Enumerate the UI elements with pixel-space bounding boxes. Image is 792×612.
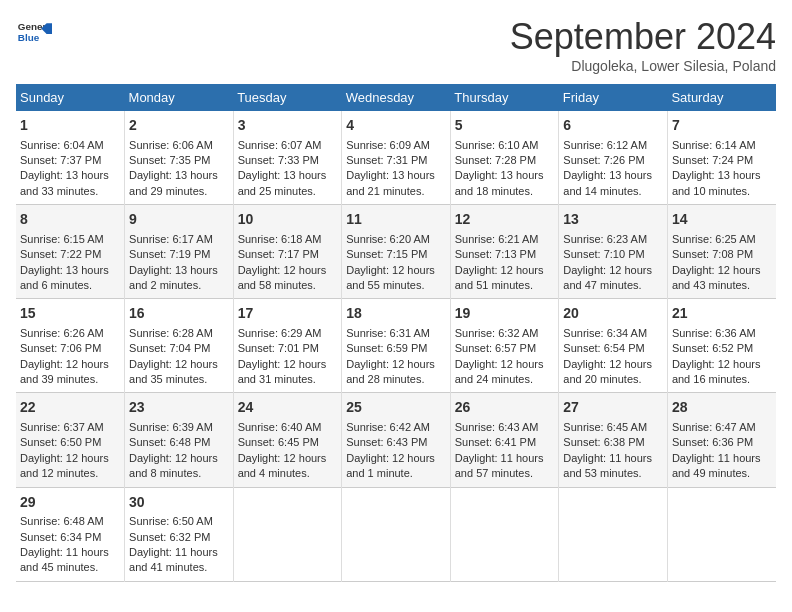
- daylight: Daylight: 12 hours and 43 minutes.: [672, 264, 761, 291]
- daylight: Daylight: 12 hours and 55 minutes.: [346, 264, 435, 291]
- daylight: Daylight: 12 hours and 8 minutes.: [129, 452, 218, 479]
- calendar-cell: 30Sunrise: 6:50 AMSunset: 6:32 PMDayligh…: [125, 487, 234, 581]
- sunset: Sunset: 7:31 PM: [346, 154, 427, 166]
- sunset: Sunset: 7:15 PM: [346, 248, 427, 260]
- daylight: Daylight: 11 hours and 57 minutes.: [455, 452, 544, 479]
- calendar-row: 29Sunrise: 6:48 AMSunset: 6:34 PMDayligh…: [16, 487, 776, 581]
- location-subtitle: Dlugoleka, Lower Silesia, Poland: [510, 58, 776, 74]
- sunrise: Sunrise: 6:32 AM: [455, 327, 539, 339]
- day-number: 14: [672, 210, 772, 230]
- sunrise: Sunrise: 6:06 AM: [129, 139, 213, 151]
- daylight: Daylight: 12 hours and 39 minutes.: [20, 358, 109, 385]
- calendar-cell: 13Sunrise: 6:23 AMSunset: 7:10 PMDayligh…: [559, 205, 668, 299]
- sunset: Sunset: 6:43 PM: [346, 436, 427, 448]
- day-number: 3: [238, 116, 338, 136]
- day-number: 19: [455, 304, 555, 324]
- sunset: Sunset: 7:17 PM: [238, 248, 319, 260]
- daylight: Daylight: 12 hours and 4 minutes.: [238, 452, 327, 479]
- month-title: September 2024: [510, 16, 776, 58]
- calendar-cell: 3Sunrise: 6:07 AMSunset: 7:33 PMDaylight…: [233, 111, 342, 205]
- calendar-row: 8Sunrise: 6:15 AMSunset: 7:22 PMDaylight…: [16, 205, 776, 299]
- daylight: Daylight: 12 hours and 20 minutes.: [563, 358, 652, 385]
- calendar-cell: 26Sunrise: 6:43 AMSunset: 6:41 PMDayligh…: [450, 393, 559, 487]
- sunset: Sunset: 6:32 PM: [129, 531, 210, 543]
- day-number: 21: [672, 304, 772, 324]
- calendar-row: 22Sunrise: 6:37 AMSunset: 6:50 PMDayligh…: [16, 393, 776, 487]
- calendar-cell: 23Sunrise: 6:39 AMSunset: 6:48 PMDayligh…: [125, 393, 234, 487]
- sunset: Sunset: 7:37 PM: [20, 154, 101, 166]
- daylight: Daylight: 13 hours and 14 minutes.: [563, 169, 652, 196]
- sunrise: Sunrise: 6:37 AM: [20, 421, 104, 433]
- sunrise: Sunrise: 6:40 AM: [238, 421, 322, 433]
- day-number: 30: [129, 493, 229, 513]
- sunset: Sunset: 6:52 PM: [672, 342, 753, 354]
- daylight: Daylight: 13 hours and 6 minutes.: [20, 264, 109, 291]
- daylight: Daylight: 12 hours and 51 minutes.: [455, 264, 544, 291]
- day-number: 22: [20, 398, 120, 418]
- sunrise: Sunrise: 6:23 AM: [563, 233, 647, 245]
- sunset: Sunset: 6:57 PM: [455, 342, 536, 354]
- sunset: Sunset: 7:01 PM: [238, 342, 319, 354]
- calendar-cell: 14Sunrise: 6:25 AMSunset: 7:08 PMDayligh…: [667, 205, 776, 299]
- sunset: Sunset: 6:38 PM: [563, 436, 644, 448]
- day-number: 23: [129, 398, 229, 418]
- daylight: Daylight: 11 hours and 53 minutes.: [563, 452, 652, 479]
- calendar-cell: 15Sunrise: 6:26 AMSunset: 7:06 PMDayligh…: [16, 299, 125, 393]
- day-number: 11: [346, 210, 446, 230]
- sunrise: Sunrise: 6:21 AM: [455, 233, 539, 245]
- sunset: Sunset: 7:26 PM: [563, 154, 644, 166]
- calendar-cell: [559, 487, 668, 581]
- daylight: Daylight: 11 hours and 41 minutes.: [129, 546, 218, 573]
- calendar-cell: 5Sunrise: 6:10 AMSunset: 7:28 PMDaylight…: [450, 111, 559, 205]
- calendar-cell: 2Sunrise: 6:06 AMSunset: 7:35 PMDaylight…: [125, 111, 234, 205]
- calendar-cell: 8Sunrise: 6:15 AMSunset: 7:22 PMDaylight…: [16, 205, 125, 299]
- day-number: 9: [129, 210, 229, 230]
- svg-text:Blue: Blue: [18, 32, 40, 43]
- calendar-cell: 28Sunrise: 6:47 AMSunset: 6:36 PMDayligh…: [667, 393, 776, 487]
- calendar-cell: 19Sunrise: 6:32 AMSunset: 6:57 PMDayligh…: [450, 299, 559, 393]
- sunrise: Sunrise: 6:20 AM: [346, 233, 430, 245]
- daylight: Daylight: 13 hours and 21 minutes.: [346, 169, 435, 196]
- day-number: 27: [563, 398, 663, 418]
- header-friday: Friday: [559, 84, 668, 111]
- day-number: 26: [455, 398, 555, 418]
- daylight: Daylight: 12 hours and 47 minutes.: [563, 264, 652, 291]
- calendar-cell: 25Sunrise: 6:42 AMSunset: 6:43 PMDayligh…: [342, 393, 451, 487]
- calendar-cell: 7Sunrise: 6:14 AMSunset: 7:24 PMDaylight…: [667, 111, 776, 205]
- sunset: Sunset: 6:45 PM: [238, 436, 319, 448]
- sunrise: Sunrise: 6:31 AM: [346, 327, 430, 339]
- daylight: Daylight: 12 hours and 24 minutes.: [455, 358, 544, 385]
- daylight: Daylight: 12 hours and 16 minutes.: [672, 358, 761, 385]
- day-number: 17: [238, 304, 338, 324]
- daylight: Daylight: 13 hours and 18 minutes.: [455, 169, 544, 196]
- daylight: Daylight: 12 hours and 28 minutes.: [346, 358, 435, 385]
- header-thursday: Thursday: [450, 84, 559, 111]
- header-monday: Monday: [125, 84, 234, 111]
- day-number: 29: [20, 493, 120, 513]
- calendar-cell: 12Sunrise: 6:21 AMSunset: 7:13 PMDayligh…: [450, 205, 559, 299]
- sunrise: Sunrise: 6:34 AM: [563, 327, 647, 339]
- sunrise: Sunrise: 6:47 AM: [672, 421, 756, 433]
- sunrise: Sunrise: 6:07 AM: [238, 139, 322, 151]
- calendar-cell: 6Sunrise: 6:12 AMSunset: 7:26 PMDaylight…: [559, 111, 668, 205]
- sunset: Sunset: 7:33 PM: [238, 154, 319, 166]
- day-number: 10: [238, 210, 338, 230]
- sunset: Sunset: 7:06 PM: [20, 342, 101, 354]
- calendar-cell: 1Sunrise: 6:04 AMSunset: 7:37 PMDaylight…: [16, 111, 125, 205]
- day-number: 28: [672, 398, 772, 418]
- day-number: 6: [563, 116, 663, 136]
- sunrise: Sunrise: 6:17 AM: [129, 233, 213, 245]
- sunrise: Sunrise: 6:50 AM: [129, 515, 213, 527]
- title-block: September 2024 Dlugoleka, Lower Silesia,…: [510, 16, 776, 74]
- header-row: Sunday Monday Tuesday Wednesday Thursday…: [16, 84, 776, 111]
- header-sunday: Sunday: [16, 84, 125, 111]
- day-number: 7: [672, 116, 772, 136]
- sunrise: Sunrise: 6:10 AM: [455, 139, 539, 151]
- daylight: Daylight: 12 hours and 58 minutes.: [238, 264, 327, 291]
- daylight: Daylight: 12 hours and 35 minutes.: [129, 358, 218, 385]
- day-number: 16: [129, 304, 229, 324]
- calendar-row: 15Sunrise: 6:26 AMSunset: 7:06 PMDayligh…: [16, 299, 776, 393]
- day-number: 18: [346, 304, 446, 324]
- sunrise: Sunrise: 6:12 AM: [563, 139, 647, 151]
- calendar-cell: [342, 487, 451, 581]
